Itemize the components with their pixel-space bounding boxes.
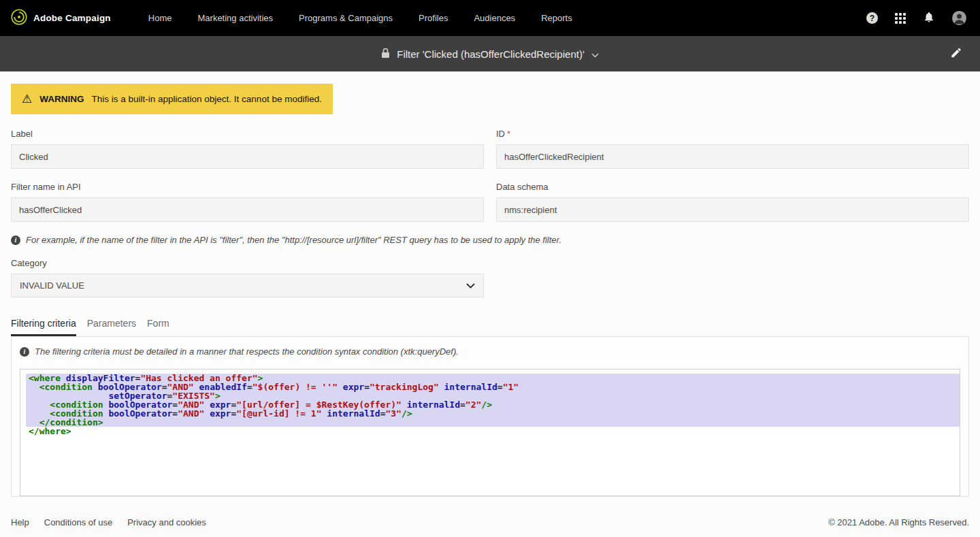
main-nav: HomeMarketing activitiesPrograms & Campa… bbox=[148, 13, 572, 23]
code-line: </where> bbox=[26, 427, 960, 436]
nav-item-programs-campaigns[interactable]: Programs & Campaigns bbox=[299, 13, 393, 23]
user-avatar-icon bbox=[952, 11, 966, 25]
category-selected-value: INVALID VALUE bbox=[20, 280, 84, 291]
page-title: Filter 'Clicked (hasOfferClickedRecipien… bbox=[397, 48, 585, 60]
code-editor[interactable]: <where displayFilter="Has clicked an off… bbox=[20, 369, 960, 496]
data-schema-field: Data schema bbox=[496, 182, 969, 222]
info-icon: i bbox=[20, 347, 29, 357]
help-icon: ? bbox=[866, 12, 878, 24]
criteria-note-text: The filtering criteria must be detailed … bbox=[35, 346, 459, 357]
page-footer: HelpConditions of usePrivacy and cookies… bbox=[0, 507, 980, 537]
chevron-down-icon bbox=[466, 280, 475, 291]
criteria-note: i The filtering criteria must be detaile… bbox=[20, 346, 960, 357]
filtering-criteria-panel: i The filtering criteria must be detaile… bbox=[11, 336, 969, 497]
api-name-field: Filter name in API bbox=[11, 182, 484, 222]
navbar-icons: ? bbox=[866, 11, 966, 25]
api-note-text: For example, if the name of the filter i… bbox=[26, 235, 561, 245]
copyright-text: © 2021 Adobe. All Rights Reserved. bbox=[828, 517, 969, 527]
data-schema-field-label: Data schema bbox=[496, 182, 969, 192]
required-asterisk: * bbox=[507, 129, 510, 139]
footer-link-privacy-and-cookies[interactable]: Privacy and cookies bbox=[127, 517, 206, 527]
api-name-field-label: Filter name in API bbox=[11, 182, 484, 192]
filter-form: Label ID* Filter name in API Data schema… bbox=[11, 129, 969, 297]
nav-item-audiences[interactable]: Audiences bbox=[474, 13, 515, 23]
id-input[interactable] bbox=[496, 144, 969, 169]
nav-item-reports[interactable]: Reports bbox=[541, 13, 572, 23]
notifications-button[interactable] bbox=[923, 11, 935, 25]
edit-button[interactable] bbox=[946, 46, 966, 62]
footer-links: HelpConditions of usePrivacy and cookies bbox=[11, 517, 206, 527]
warning-icon: ⚠ bbox=[22, 93, 32, 105]
tab-filtering-criteria[interactable]: Filtering criteria bbox=[11, 315, 76, 336]
warning-message: This is a built-in application object. I… bbox=[92, 94, 322, 104]
info-icon: i bbox=[11, 235, 20, 245]
code-line: </condition> bbox=[26, 418, 960, 427]
id-field: ID* bbox=[496, 129, 969, 169]
tab-form[interactable]: Form bbox=[147, 315, 169, 336]
api-name-input[interactable] bbox=[11, 197, 484, 222]
code-line: <condition boolOperator="AND" expr="[@ur… bbox=[26, 409, 960, 418]
chevron-down-icon bbox=[591, 48, 599, 60]
tab-bar: Filtering criteriaParametersForm bbox=[11, 315, 969, 336]
apps-button[interactable] bbox=[895, 13, 906, 24]
brand-home-link[interactable]: Adobe Campaign bbox=[11, 9, 111, 28]
id-field-label: ID* bbox=[496, 129, 969, 139]
category-field: Category INVALID VALUE bbox=[11, 258, 484, 297]
pencil-icon bbox=[950, 51, 962, 61]
nav-item-profiles[interactable]: Profiles bbox=[419, 13, 448, 23]
category-field-label: Category bbox=[11, 258, 484, 268]
warning-title: WARNING bbox=[39, 94, 84, 104]
brand-name: Adobe Campaign bbox=[33, 13, 111, 23]
subheader: Filter 'Clicked (hasOfferClickedRecipien… bbox=[0, 36, 980, 71]
label-input[interactable] bbox=[11, 144, 484, 169]
nav-item-marketing-activities[interactable]: Marketing activities bbox=[198, 13, 274, 23]
data-schema-input[interactable] bbox=[496, 197, 969, 222]
footer-link-help[interactable]: Help bbox=[11, 517, 29, 527]
apps-grid-icon bbox=[895, 13, 906, 24]
adobe-campaign-logo bbox=[11, 9, 27, 28]
help-button[interactable]: ? bbox=[866, 12, 878, 24]
category-select[interactable]: INVALID VALUE bbox=[11, 274, 484, 297]
bell-icon bbox=[923, 11, 935, 25]
label-field: Label bbox=[11, 129, 484, 169]
api-note: i For example, if the name of the filter… bbox=[11, 235, 969, 245]
footer-link-conditions-of-use[interactable]: Conditions of use bbox=[44, 517, 112, 527]
tab-parameters[interactable]: Parameters bbox=[87, 315, 136, 336]
account-button[interactable] bbox=[952, 11, 966, 25]
label-field-label: Label bbox=[11, 129, 484, 139]
warning-banner: ⚠ WARNING This is a built-in application… bbox=[11, 84, 333, 114]
top-navbar: Adobe Campaign HomeMarketing activitiesP… bbox=[0, 0, 980, 36]
filter-title-dropdown[interactable]: Filter 'Clicked (hasOfferClickedRecipien… bbox=[381, 48, 599, 61]
nav-item-home[interactable]: Home bbox=[148, 13, 172, 23]
lock-icon bbox=[381, 48, 390, 61]
main-content: ⚠ WARNING This is a built-in application… bbox=[0, 71, 980, 507]
